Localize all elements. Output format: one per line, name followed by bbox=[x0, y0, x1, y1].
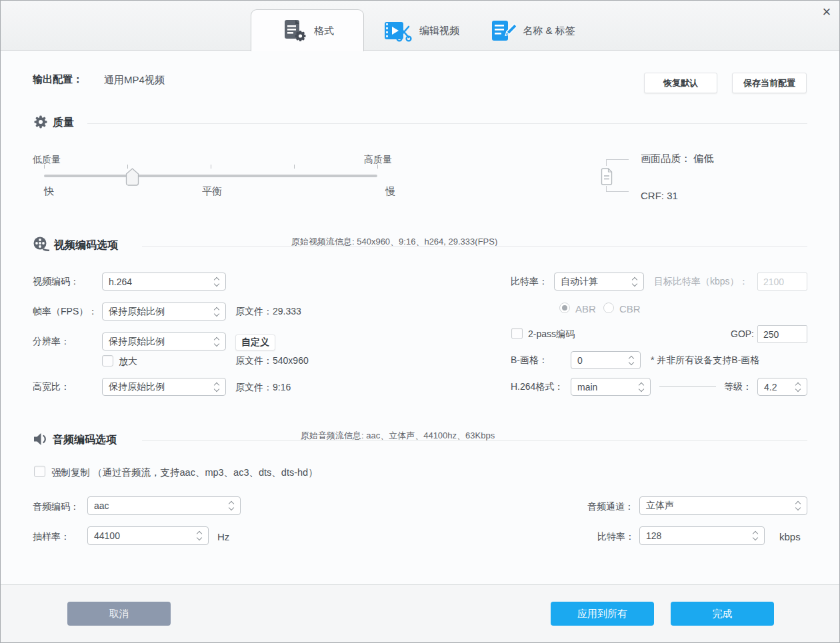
slider-low-quality-label: 低质量 bbox=[33, 154, 61, 166]
audio-channel-value: 立体声 bbox=[646, 500, 674, 512]
done-button[interactable]: 完成 bbox=[671, 602, 774, 626]
slider-balance-label: 平衡 bbox=[202, 185, 222, 198]
bframe-note: * 并非所有设备支持B-画格 bbox=[651, 354, 759, 366]
quality-slider-handle[interactable] bbox=[125, 168, 139, 189]
level-value: 4.2 bbox=[764, 382, 777, 392]
abr-label: ABR bbox=[575, 303, 596, 315]
target-bitrate-input[interactable] bbox=[757, 273, 807, 291]
edit-video-tab-icon bbox=[383, 19, 413, 43]
dropdown-arrows-icon bbox=[753, 531, 759, 540]
cancel-button[interactable]: 取消 bbox=[67, 602, 171, 626]
dropdown-arrows-icon bbox=[197, 531, 203, 540]
footer-bar: 取消 应用到所有 完成 bbox=[1, 584, 840, 643]
dropdown-arrows-icon bbox=[629, 356, 635, 365]
twopass-label: 2-pass编码 bbox=[528, 328, 575, 340]
profile-level-connector bbox=[659, 386, 716, 387]
slider-tick bbox=[377, 165, 378, 169]
audio-bitrate-label: 比特率： bbox=[597, 531, 635, 543]
dropdown-arrows-icon bbox=[632, 277, 638, 287]
h264-profile-value: main bbox=[577, 382, 597, 392]
tab-bar: 格式 编辑视频 bbox=[1, 1, 840, 51]
tab-format[interactable]: 格式 bbox=[251, 9, 364, 51]
aspect-select[interactable]: 保持原始比例 bbox=[102, 378, 226, 396]
slider-tick bbox=[211, 165, 211, 169]
resolution-select[interactable]: 保持原始比例 bbox=[102, 332, 226, 350]
upscale-checkbox[interactable] bbox=[102, 355, 113, 366]
fps-label: 帧率（FPS）： bbox=[33, 306, 97, 318]
custom-resolution-button[interactable]: 自定义 bbox=[235, 334, 275, 350]
dropdown-arrows-icon bbox=[229, 501, 235, 510]
dropdown-arrows-icon bbox=[214, 277, 220, 287]
slider-tick bbox=[294, 165, 295, 169]
audio-section-title: 音频编码选项 bbox=[53, 433, 117, 447]
sample-rate-unit: Hz bbox=[217, 531, 229, 542]
tab-edit-video-label: 编辑视频 bbox=[419, 25, 459, 37]
crf-file-icon bbox=[600, 168, 613, 188]
sample-rate-select[interactable]: 44100 bbox=[87, 526, 209, 545]
h264-profile-select[interactable]: main bbox=[571, 378, 651, 396]
resolution-original: 原文件：540x960 bbox=[235, 355, 309, 367]
upscale-label: 放大 bbox=[119, 356, 137, 368]
slider-tick bbox=[44, 165, 45, 169]
video-bitrate-select[interactable]: 自动计算 bbox=[554, 273, 644, 291]
gop-input[interactable] bbox=[757, 325, 807, 343]
fps-value: 保持原始比例 bbox=[109, 306, 165, 318]
apply-all-button[interactable]: 应用到所有 bbox=[551, 602, 654, 626]
quality-divider bbox=[87, 123, 807, 124]
output-config-value: 通用MP4视频 bbox=[104, 74, 165, 87]
dropdown-arrows-icon bbox=[214, 337, 220, 346]
video-divider bbox=[142, 246, 807, 247]
video-bitrate-value: 自动计算 bbox=[561, 276, 598, 288]
audio-channel-label: 音频通道： bbox=[587, 501, 634, 513]
tab-format-label: 格式 bbox=[314, 25, 334, 37]
save-config-button[interactable]: 保存当前配置 bbox=[732, 73, 807, 93]
force-copy-checkbox[interactable] bbox=[34, 466, 45, 477]
video-codec-value: h.264 bbox=[109, 277, 132, 287]
cbr-label: CBR bbox=[619, 303, 641, 315]
abr-radio[interactable] bbox=[559, 303, 570, 313]
bframe-select[interactable]: 0 bbox=[571, 351, 641, 369]
target-bitrate-label: 目标比特率（kbps）： bbox=[654, 276, 749, 288]
cbr-radio[interactable] bbox=[603, 303, 614, 313]
gop-label: GOP: bbox=[731, 328, 754, 339]
resolution-value: 保持原始比例 bbox=[109, 336, 165, 348]
h264-profile-label: H.264格式： bbox=[511, 381, 563, 393]
video-section-title: 视频编码选项 bbox=[54, 239, 118, 253]
fps-original: 原文件：29.333 bbox=[235, 306, 301, 318]
sample-rate-label: 抽样率： bbox=[33, 531, 70, 543]
aspect-label: 高宽比： bbox=[33, 381, 70, 393]
audio-bitrate-unit: kbps bbox=[779, 531, 801, 542]
aspect-original: 原文件：9:16 bbox=[235, 382, 291, 394]
audio-codec-select[interactable]: aac bbox=[87, 496, 241, 515]
audio-divider bbox=[142, 440, 807, 441]
tab-name-tag[interactable]: 名称 & 标签 bbox=[477, 17, 587, 45]
dropdown-arrows-icon bbox=[795, 501, 801, 510]
fps-select[interactable]: 保持原始比例 bbox=[102, 303, 226, 321]
close-icon[interactable]: × bbox=[815, 2, 838, 22]
crf-value: 31 bbox=[667, 190, 678, 201]
dropdown-arrows-icon bbox=[639, 382, 645, 392]
video-codec-select[interactable]: h.264 bbox=[102, 273, 226, 291]
dropdown-arrows-icon bbox=[214, 307, 220, 317]
aspect-value: 保持原始比例 bbox=[109, 381, 165, 393]
picture-quality-label: 画面品质： bbox=[641, 153, 691, 164]
twopass-checkbox[interactable] bbox=[511, 328, 523, 339]
resolution-label: 分辨率： bbox=[33, 336, 70, 348]
converter-settings-window: 格式 编辑视频 bbox=[0, 0, 840, 643]
slider-high-quality-label: 高质量 bbox=[364, 154, 392, 166]
quality-slider-track[interactable] bbox=[44, 175, 377, 177]
tab-edit-video[interactable]: 编辑视频 bbox=[371, 17, 471, 45]
audio-bitrate-select[interactable]: 128 bbox=[639, 526, 765, 545]
audio-codec-label: 音频编码： bbox=[33, 501, 79, 513]
slider-slow-label: 慢 bbox=[385, 185, 395, 198]
picture-quality-value: 偏低 bbox=[693, 153, 713, 164]
audio-channel-select[interactable]: 立体声 bbox=[639, 496, 807, 515]
video-reel-icon bbox=[33, 236, 50, 255]
level-select[interactable]: 4.2 bbox=[757, 378, 807, 396]
video-codec-label: 视频编码： bbox=[33, 276, 79, 288]
restore-default-button[interactable]: 恢复默认 bbox=[644, 73, 717, 93]
audio-speaker-icon bbox=[33, 431, 50, 450]
sample-rate-value: 44100 bbox=[94, 530, 120, 541]
dropdown-arrows-icon bbox=[214, 382, 220, 392]
bframe-value: 0 bbox=[577, 355, 583, 366]
